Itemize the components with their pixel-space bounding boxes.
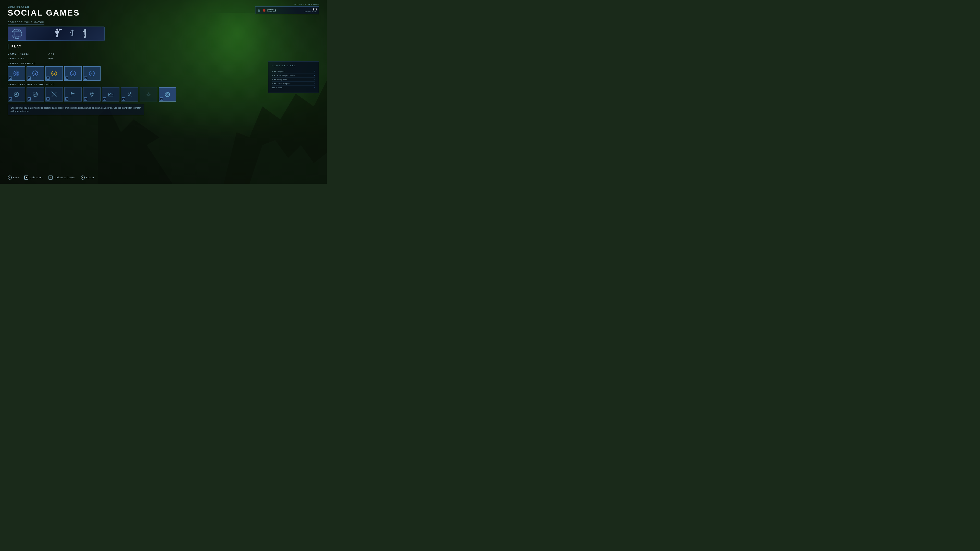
slayer-icon: [13, 91, 20, 98]
flag-checkbox[interactable]: [65, 97, 68, 100]
svg-point-38: [15, 94, 18, 95]
halo3-icon: 3: [69, 70, 76, 77]
halo2-checkbox[interactable]: [27, 76, 30, 79]
play-button[interactable]: PLAY: [8, 44, 25, 49]
precision-checkbox[interactable]: [46, 97, 49, 100]
halo4-icon: 4: [88, 70, 95, 77]
svg-text:2: 2: [35, 72, 36, 75]
oddball-checkbox[interactable]: [84, 97, 87, 100]
categories-label: GAME CATEGORIES INCLUDED: [8, 83, 319, 86]
cat-action[interactable]: [159, 87, 176, 102]
svg-point-21: [84, 29, 86, 31]
svg-text:2: 2: [53, 72, 55, 75]
infection-icon: [145, 91, 152, 98]
svg-rect-9: [56, 30, 58, 34]
page-title: SOCIAL GAMES: [8, 9, 319, 17]
games-included-row: 2 2 3: [8, 66, 319, 81]
koth-checkbox[interactable]: [103, 97, 106, 100]
juggernaut-checkbox[interactable]: [122, 97, 125, 100]
halo2a-icon: 2: [51, 70, 58, 77]
settings-area: GAME PRESET ANY GAME SIZE 4V4: [8, 52, 319, 60]
categories-row: [8, 87, 319, 102]
svg-rect-18: [70, 32, 72, 33]
svg-rect-20: [73, 34, 73, 36]
halo-ce-checkbox[interactable]: [9, 76, 12, 79]
game-halo2a[interactable]: 2: [45, 66, 63, 81]
svg-point-16: [72, 30, 73, 32]
cat-koth[interactable]: [102, 87, 119, 102]
flag-icon: [70, 91, 76, 98]
cat-oddball[interactable]: [83, 87, 100, 102]
svg-rect-22: [84, 31, 86, 35]
game-halo3[interactable]: 3: [64, 66, 82, 81]
halo-ce-icon: [13, 70, 20, 77]
juggernaut-icon: [126, 91, 133, 98]
cat-flag[interactable]: [64, 87, 82, 102]
action-icon: [164, 91, 171, 98]
svg-rect-14: [59, 29, 59, 33]
game-size-label: GAME SIZE: [8, 57, 48, 60]
game-preset-value: ANY: [48, 52, 55, 55]
svg-point-43: [35, 94, 35, 95]
action-checkbox[interactable]: [160, 97, 163, 100]
svg-point-48: [90, 92, 94, 95]
cat-slayer[interactable]: [8, 87, 25, 102]
svg-point-8: [56, 29, 58, 30]
svg-point-55: [165, 92, 170, 97]
cat-objective[interactable]: [27, 87, 44, 102]
game-preset-row: GAME PRESET ANY: [8, 52, 319, 55]
game-halo4[interactable]: 4: [83, 66, 100, 81]
objective-checkbox[interactable]: [27, 97, 30, 100]
compose-label: COMPOSE YOUR MATCH: [8, 21, 45, 24]
game-halo-ce[interactable]: [8, 66, 25, 81]
svg-marker-15: [59, 29, 62, 30]
cat-infection: [140, 87, 157, 102]
slayer-checkbox[interactable]: [9, 97, 12, 100]
soldiers-icon: [49, 27, 100, 40]
svg-text:3: 3: [72, 72, 74, 75]
cat-juggernaut[interactable]: [121, 87, 138, 102]
objective-icon: [32, 91, 38, 98]
hero-banner[interactable]: [8, 27, 105, 41]
svg-rect-23: [83, 31, 85, 32]
description-text: Choose what you play by using an existin…: [11, 106, 142, 113]
game-preset-label: GAME PRESET: [8, 52, 48, 55]
svg-rect-25: [85, 35, 86, 38]
oddball-icon: [89, 91, 95, 98]
halo2-icon: 2: [32, 70, 39, 77]
svg-marker-49: [108, 93, 113, 96]
halo2a-checkbox[interactable]: [46, 76, 49, 79]
game-size-value: 4V4: [48, 57, 54, 60]
description-box: Choose what you play by using an existin…: [8, 104, 144, 115]
section-label: MULTIPLAYER: [8, 6, 319, 8]
svg-text:4: 4: [91, 73, 93, 75]
precision-icon: [51, 91, 57, 98]
game-halo2[interactable]: 2: [27, 66, 44, 81]
halo4-checkbox[interactable]: [84, 76, 87, 79]
globe-icon: [10, 28, 24, 40]
cat-precision[interactable]: [45, 87, 63, 102]
games-included-label: GAMES INCLUDED: [8, 62, 319, 65]
svg-point-51: [129, 92, 130, 94]
game-size-row: GAME SIZE 4V4: [8, 57, 319, 60]
koth-icon: [107, 91, 114, 98]
halo3-checkbox[interactable]: [65, 76, 68, 79]
svg-point-56: [166, 94, 169, 95]
